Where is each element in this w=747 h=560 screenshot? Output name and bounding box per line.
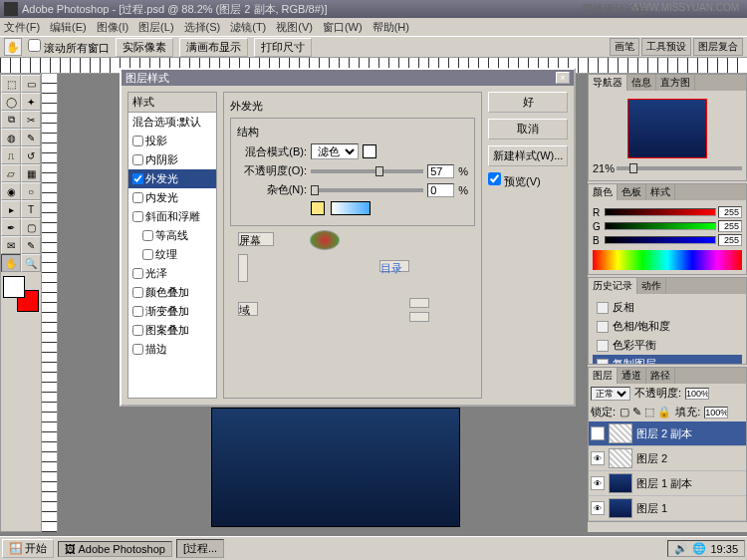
brush-tool[interactable]: ✎: [21, 129, 41, 146]
g-value[interactable]: 255: [718, 220, 742, 232]
layer-item[interactable]: 👁图层 1 副本: [589, 471, 746, 496]
preview-check[interactable]: 预览(V): [488, 172, 568, 189]
menu-select[interactable]: 选择(S): [184, 20, 221, 35]
tray-icon[interactable]: 🌐: [692, 542, 706, 555]
gradient-tool[interactable]: ▦: [21, 164, 41, 182]
style-颜色叠加[interactable]: 颜色叠加: [128, 283, 216, 302]
tab-channels[interactable]: 通道: [618, 368, 646, 384]
menu-image[interactable]: 图像(I): [97, 20, 128, 35]
blur-tool[interactable]: ◉: [1, 182, 21, 200]
style-纹理[interactable]: 纹理: [128, 245, 216, 264]
tab-actions[interactable]: 动作: [637, 278, 666, 294]
tab-layers[interactable]: 图层: [589, 368, 618, 384]
tab-swatches[interactable]: 色板: [618, 184, 646, 200]
style-投影[interactable]: 投影: [128, 132, 216, 150]
hand-tool[interactable]: ✋: [1, 254, 21, 272]
style-描边[interactable]: 描边: [128, 340, 216, 359]
lock-icons[interactable]: ▢ ✎ ⬚ 🔒: [620, 406, 671, 419]
b-slider[interactable]: [605, 236, 716, 244]
eyedropper-tool[interactable]: ✎: [21, 236, 41, 254]
fill-input[interactable]: [704, 407, 728, 419]
zoom-tool[interactable]: 🔍: [21, 254, 41, 272]
zoom-slider[interactable]: [617, 166, 742, 170]
menu-filter[interactable]: 滤镜(T): [230, 20, 266, 35]
tab-histogram[interactable]: 直方图: [656, 75, 695, 91]
style-外发光[interactable]: 外发光: [128, 169, 216, 188]
g-slider[interactable]: [605, 222, 716, 230]
style-内发光[interactable]: 内发光: [128, 188, 216, 207]
system-tray[interactable]: 🔊 🌐 19:35: [667, 540, 745, 557]
history-item[interactable]: 复制图层: [593, 355, 742, 364]
actual-pixels-button[interactable]: 实际像素: [116, 38, 173, 57]
slice-tool[interactable]: ✂: [21, 111, 41, 129]
tab-paths[interactable]: 路径: [646, 368, 675, 384]
history-item[interactable]: 反相: [593, 298, 742, 317]
notes-tool[interactable]: ✉: [1, 236, 21, 254]
style-等高线[interactable]: 等高线: [128, 226, 216, 245]
menu-edit[interactable]: 编辑(E): [50, 20, 87, 35]
heal-tool[interactable]: ◍: [1, 129, 21, 146]
scroll-windows-check[interactable]: 滚动所有窗口: [28, 39, 110, 56]
history-item[interactable]: 色彩平衡: [593, 336, 742, 355]
tab-layer-comps[interactable]: 图层复合: [693, 38, 743, 56]
visibility-icon[interactable]: 👁: [591, 476, 605, 490]
move-tool[interactable]: ⬚: [1, 75, 21, 93]
visibility-icon[interactable]: 👁: [591, 451, 605, 465]
shape-tool[interactable]: ▢: [21, 218, 41, 236]
menu-file[interactable]: 文件(F): [4, 20, 40, 35]
lasso-tool[interactable]: ◯: [1, 93, 21, 111]
dodge-tool[interactable]: ○: [21, 182, 41, 200]
layer-item[interactable]: 👁图层 2: [589, 446, 746, 471]
b-value[interactable]: 255: [718, 234, 742, 246]
pen-tool[interactable]: ✒: [1, 218, 21, 236]
style-渐变叠加[interactable]: 渐变叠加: [128, 302, 216, 321]
blend-mode-select[interactable]: 正常: [591, 387, 630, 401]
hand-tool-icon[interactable]: ✋: [4, 38, 22, 56]
crop-tool[interactable]: ⧉: [1, 111, 21, 129]
menu-layer[interactable]: 图层(L): [138, 20, 173, 35]
style-图案叠加[interactable]: 图案叠加: [128, 321, 216, 340]
menu-help[interactable]: 帮助(H): [373, 20, 409, 35]
foreground-color[interactable]: [3, 276, 25, 298]
tab-navigator[interactable]: 导航器: [589, 75, 627, 91]
tab-info[interactable]: 信息: [627, 75, 656, 91]
path-tool[interactable]: ▸: [1, 200, 21, 218]
dialog-close-button[interactable]: ×: [556, 72, 570, 84]
navigator-thumb[interactable]: [627, 99, 707, 158]
glow-color-swatch[interactable]: [363, 144, 376, 158]
layer-item[interactable]: 👁图层 2 副本: [589, 421, 746, 446]
opacity-slider[interactable]: [311, 169, 423, 173]
style-光泽[interactable]: 光泽: [128, 264, 216, 283]
blend-options-default[interactable]: 混合选项:默认: [128, 113, 216, 132]
color-spectrum[interactable]: [593, 250, 742, 270]
tab-styles[interactable]: 样式: [646, 184, 675, 200]
r-slider[interactable]: [605, 208, 716, 216]
ok-button[interactable]: 好: [488, 92, 568, 113]
opacity-input[interactable]: [685, 388, 709, 400]
task-photoshop[interactable]: 🖼 Adobe Photoshop: [58, 541, 172, 557]
visibility-icon[interactable]: 👁: [591, 501, 605, 515]
fit-screen-button[interactable]: 满画布显示: [179, 38, 248, 57]
menu-view[interactable]: 视图(V): [276, 20, 313, 35]
tab-color[interactable]: 颜色: [589, 184, 618, 200]
stamp-tool[interactable]: ⎍: [1, 146, 21, 164]
task-document[interactable]: [过程...: [176, 539, 224, 558]
blend-mode-dropdown[interactable]: 滤色: [311, 143, 359, 159]
history-item[interactable]: 色相/饱和度: [593, 317, 742, 336]
color-radio-swatch[interactable]: [311, 201, 325, 215]
tab-history[interactable]: 历史记录: [589, 278, 637, 294]
gradient-swatch[interactable]: [331, 201, 371, 215]
tray-icon[interactable]: 🔊: [674, 542, 688, 555]
menu-window[interactable]: 窗口(W): [323, 20, 363, 35]
noise-value-input[interactable]: [427, 183, 454, 197]
eraser-tool[interactable]: ▱: [1, 164, 21, 182]
visibility-icon[interactable]: 👁: [591, 426, 605, 440]
noise-slider[interactable]: [311, 188, 423, 192]
style-斜面和浮雕[interactable]: 斜面和浮雕: [128, 207, 216, 226]
type-tool[interactable]: T: [21, 200, 41, 218]
cancel-button[interactable]: 取消: [488, 119, 568, 140]
document-canvas[interactable]: [211, 408, 460, 527]
opacity-value-input[interactable]: [427, 164, 454, 178]
wand-tool[interactable]: ✦: [21, 93, 41, 111]
history-brush-tool[interactable]: ↺: [21, 146, 41, 164]
